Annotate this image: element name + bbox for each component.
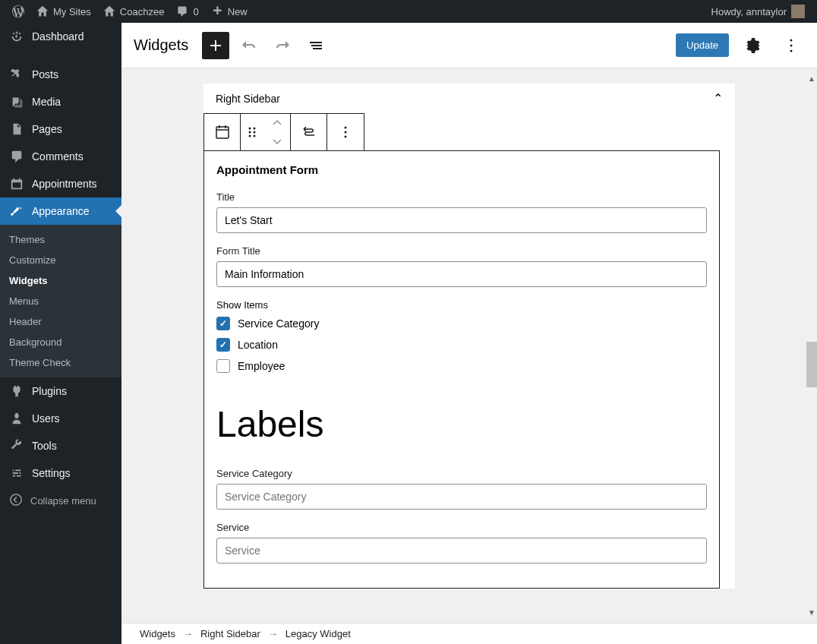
pin-icon <box>9 67 24 82</box>
submenu-theme-check[interactable]: Theme Check <box>0 352 121 373</box>
undo-icon <box>240 36 258 55</box>
media-icon <box>9 94 24 109</box>
arrow-icon: → <box>183 628 193 639</box>
breadcrumb-item[interactable]: Legacy Widget <box>285 628 351 639</box>
menu-label: Users <box>32 412 60 425</box>
show-items-label: Show Items <box>216 299 707 311</box>
svg-point-9 <box>249 135 251 137</box>
block-toolbar <box>203 113 364 151</box>
menu-label: Appointments <box>32 178 97 190</box>
menu-appointments[interactable]: Appointments <box>0 170 121 197</box>
more-vertical-icon <box>782 36 800 55</box>
chevron-down-icon <box>271 135 283 147</box>
checkbox-employee[interactable] <box>216 359 230 373</box>
wordpress-icon <box>12 5 24 17</box>
form-title-input[interactable] <box>216 261 707 287</box>
checkbox-location[interactable] <box>216 338 230 352</box>
submenu-widgets[interactable]: Widgets <box>0 270 121 291</box>
move-down-button[interactable] <box>263 132 290 150</box>
drag-handle[interactable] <box>241 114 263 150</box>
menu-tools[interactable]: Tools <box>0 432 121 459</box>
menu-pages[interactable]: Pages <box>0 115 121 143</box>
block-type-button[interactable] <box>204 114 241 150</box>
greeting-text: Howdy, anntaylor <box>711 6 787 17</box>
widget-area-header[interactable]: Right Sidebar ⌃ <box>203 84 735 113</box>
submenu-customize[interactable]: Customize <box>0 250 121 270</box>
settings-button[interactable] <box>740 32 767 59</box>
user-greeting[interactable]: Howdy, anntaylor <box>705 0 811 23</box>
menu-settings[interactable]: Settings <box>0 459 121 487</box>
new-link[interactable]: New <box>205 0 254 23</box>
drag-icon <box>243 123 261 141</box>
my-sites-link[interactable]: My Sites <box>30 0 97 23</box>
avatar <box>791 5 805 18</box>
list-view-button[interactable] <box>302 32 330 59</box>
service-input[interactable] <box>216 538 707 564</box>
redo-button[interactable] <box>269 32 296 59</box>
menu-comments[interactable]: Comments <box>0 143 121 170</box>
block-options-button[interactable] <box>327 114 364 150</box>
chevron-up-icon <box>271 117 283 129</box>
list-icon <box>307 36 325 55</box>
menu-posts[interactable]: Posts <box>0 61 121 88</box>
service-category-label: Service Category <box>216 468 707 479</box>
move-up-button[interactable] <box>263 114 290 132</box>
menu-plugins[interactable]: Plugins <box>0 377 121 405</box>
add-block-button[interactable] <box>202 32 229 59</box>
more-vertical-icon <box>336 123 355 141</box>
redo-icon <box>273 36 292 55</box>
checkbox-service-category[interactable] <box>216 317 230 330</box>
menu-appearance[interactable]: Appearance <box>0 197 121 225</box>
check-row-employee: Employee <box>216 359 707 373</box>
form-title-label: Form Title <box>216 245 707 257</box>
breadcrumb-item[interactable]: Right Sidebar <box>200 628 260 639</box>
transform-button[interactable] <box>291 114 327 150</box>
submenu-themes[interactable]: Themes <box>0 229 121 250</box>
submenu-background[interactable]: Background <box>0 332 121 352</box>
options-button[interactable] <box>778 32 805 59</box>
collapse-menu[interactable]: Collapse menu <box>0 487 121 515</box>
menu-users[interactable]: Users <box>0 405 121 432</box>
menu-label: Pages <box>32 123 62 135</box>
arrow-icon: → <box>268 628 278 639</box>
house-icon <box>36 5 49 17</box>
menu-label: Dashboard <box>32 30 84 43</box>
plus-icon <box>207 36 225 55</box>
svg-point-10 <box>254 135 256 137</box>
title-input[interactable] <box>216 207 707 233</box>
check-label: Employee <box>238 360 285 372</box>
undo-button[interactable] <box>235 32 263 59</box>
service-category-input[interactable] <box>216 484 707 510</box>
widget-area: Right Sidebar ⌃ <box>203 84 735 589</box>
scrollbar-handle[interactable] <box>806 342 817 387</box>
menu-label: Plugins <box>32 385 67 397</box>
menu-label: Settings <box>32 467 71 479</box>
scroll-down-icon[interactable]: ▼ <box>808 608 815 617</box>
widget-heading: Appointment Form <box>216 163 707 176</box>
scroll-up-icon[interactable]: ▲ <box>808 74 815 83</box>
menu-label: Comments <box>32 150 84 163</box>
editor-content: Widgets Update <box>121 23 817 644</box>
transform-icon <box>300 123 318 141</box>
menu-label: Tools <box>32 440 57 452</box>
comments-link[interactable]: 0 <box>170 0 204 23</box>
menu-media[interactable]: Media <box>0 88 121 115</box>
breadcrumb-item[interactable]: Widgets <box>140 628 175 639</box>
sliders-icon <box>9 466 24 481</box>
calendar-icon <box>213 123 232 141</box>
brush-icon <box>9 204 24 219</box>
chevron-up-icon: ⌃ <box>713 91 723 106</box>
svg-point-2 <box>790 44 793 46</box>
users-icon <box>9 411 24 426</box>
submenu-header[interactable]: Header <box>0 311 121 332</box>
labels-heading: Labels <box>216 403 707 445</box>
submenu-menus[interactable]: Menus <box>0 291 121 311</box>
title-label: Title <box>216 191 707 203</box>
update-button[interactable]: Update <box>676 33 729 57</box>
wp-logo[interactable] <box>6 0 30 23</box>
menu-dashboard[interactable]: Dashboard <box>0 23 121 50</box>
widget-block: Appointment Form Title Form Title Show I… <box>203 150 720 589</box>
menu-label: Media <box>32 96 61 108</box>
site-link[interactable]: Coachzee <box>97 0 171 23</box>
dashboard-icon <box>9 29 24 44</box>
